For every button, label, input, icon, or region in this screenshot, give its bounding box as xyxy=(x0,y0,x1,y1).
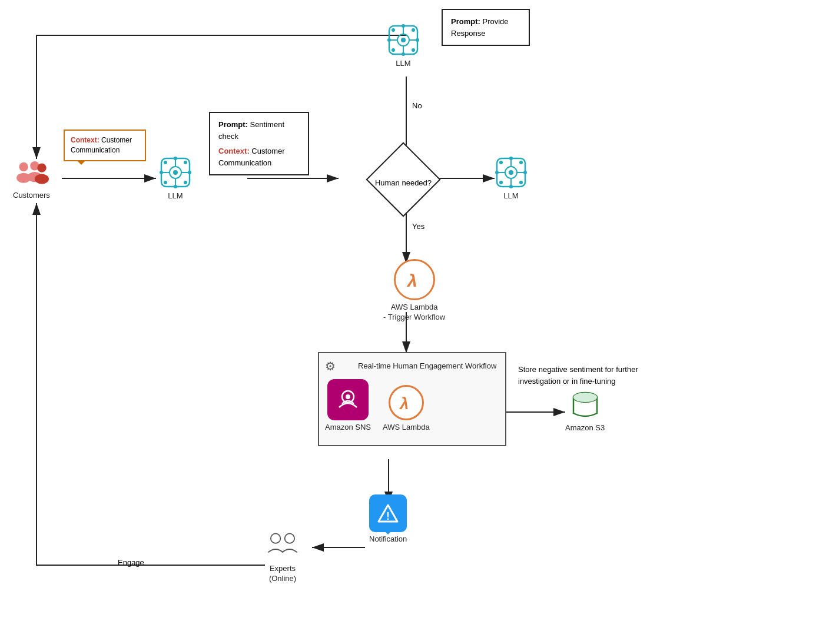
llm2-node: LLM xyxy=(387,24,420,69)
svg-point-57 xyxy=(523,171,527,174)
context-box-1: Context: Customer Communication xyxy=(64,130,146,161)
prompt-box-1: Prompt: Sentiment check Context: Custome… xyxy=(209,112,309,175)
svg-point-43 xyxy=(392,28,395,32)
lambda2-icon: λ xyxy=(389,385,424,420)
diagram-container: Context: Customer Communication Customer… xyxy=(0,0,816,644)
workflow-gear-icon: ⚙ xyxy=(325,359,336,373)
svg-point-19 xyxy=(173,170,178,175)
svg-point-71 xyxy=(285,533,294,543)
svg-point-49 xyxy=(509,170,513,175)
s3-label: Amazon S3 xyxy=(565,423,605,433)
context-label-1: Context: xyxy=(71,136,99,144)
prompt1-context-label: Context: xyxy=(218,147,250,155)
svg-point-60 xyxy=(499,181,503,184)
llm2-label: LLM xyxy=(396,59,410,69)
svg-text:λ: λ xyxy=(406,271,417,290)
svg-point-28 xyxy=(164,161,167,164)
svg-point-61 xyxy=(519,181,523,184)
engage-label: Engage xyxy=(118,558,144,567)
svg-point-54 xyxy=(509,157,513,160)
svg-point-45 xyxy=(392,48,395,52)
svg-point-46 xyxy=(412,48,415,52)
llm3-node: LLM xyxy=(495,156,528,201)
svg-point-31 xyxy=(184,181,187,184)
store-description: Store negative sentiment for further inv… xyxy=(518,364,659,387)
sns-label: Amazon SNS xyxy=(325,423,371,433)
lambda2-label: AWS Lambda xyxy=(383,423,430,433)
svg-point-59 xyxy=(519,161,523,164)
svg-point-42 xyxy=(416,38,419,42)
experts-icon xyxy=(264,530,301,562)
s3-node: Amazon S3 xyxy=(565,389,605,433)
workflow-icons: Amazon SNS λ AWS Lambda xyxy=(325,379,499,433)
svg-point-56 xyxy=(495,171,499,174)
svg-point-64 xyxy=(346,394,350,399)
svg-point-41 xyxy=(387,38,391,42)
lambda1-node: λ AWS Lambda - Trigger Workflow xyxy=(383,259,445,323)
workflow-title: Real-time Human Engagement Workflow xyxy=(358,361,496,371)
svg-text:!: ! xyxy=(386,510,390,522)
sns-node: Amazon SNS xyxy=(325,379,371,433)
svg-point-44 xyxy=(412,28,415,32)
llm1-icon xyxy=(159,156,192,189)
decision-label: Human needed? xyxy=(375,178,432,187)
svg-point-25 xyxy=(174,185,177,188)
no-label: No xyxy=(412,100,422,111)
workflow-box: ⚙ Real-time Human Engagement Workflow Am… xyxy=(318,352,506,446)
customers-label: Customers xyxy=(13,191,50,201)
customers-node: Customers xyxy=(13,159,50,201)
decision-node: Human needed? xyxy=(368,147,439,218)
workflow-header: ⚙ Real-time Human Engagement Workflow xyxy=(325,359,499,373)
lambda1-icon: λ xyxy=(394,259,435,300)
experts-node: Experts (Online) xyxy=(264,530,301,584)
svg-point-29 xyxy=(184,161,187,164)
svg-point-67 xyxy=(573,393,597,402)
svg-point-26 xyxy=(160,171,163,174)
svg-point-40 xyxy=(402,52,405,56)
notification-node: ! Notification xyxy=(369,494,407,545)
s3-icon xyxy=(568,389,603,421)
lambda1-label: AWS Lambda - Trigger Workflow xyxy=(383,303,445,323)
llm1-label: LLM xyxy=(168,191,183,201)
prompt1-bold: Prompt: xyxy=(218,120,248,129)
experts-label: Experts (Online) xyxy=(269,564,296,584)
svg-point-24 xyxy=(174,157,177,160)
svg-text:λ: λ xyxy=(399,395,409,413)
llm3-icon xyxy=(495,156,528,189)
svg-point-39 xyxy=(402,24,405,28)
customers-icon xyxy=(14,159,49,188)
svg-point-30 xyxy=(164,181,167,184)
prompt-box-2: Prompt: Provide Response xyxy=(442,9,530,46)
yes-label: Yes xyxy=(412,221,424,231)
svg-point-27 xyxy=(188,171,191,174)
lambda2-node: λ AWS Lambda xyxy=(383,385,430,433)
svg-point-70 xyxy=(271,533,280,543)
svg-point-34 xyxy=(401,38,406,42)
svg-point-11 xyxy=(19,162,28,171)
sns-icon xyxy=(327,379,369,420)
llm1-node: LLM xyxy=(159,156,192,201)
notification-icon: ! xyxy=(369,494,407,532)
llm2-icon xyxy=(387,24,420,57)
svg-point-55 xyxy=(509,185,513,188)
svg-point-16 xyxy=(35,174,49,184)
llm3-label: LLM xyxy=(503,191,518,201)
svg-point-15 xyxy=(38,163,47,172)
prompt2-bold: Prompt: xyxy=(451,17,480,26)
svg-point-58 xyxy=(499,161,503,164)
